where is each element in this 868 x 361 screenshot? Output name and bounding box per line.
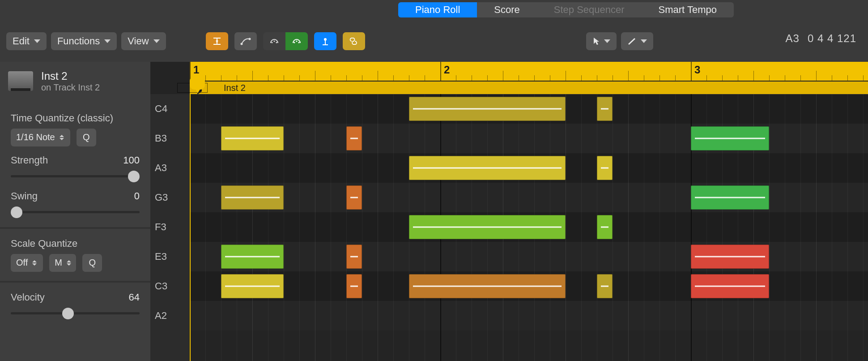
collapse-tool-button[interactable] — [206, 32, 228, 50]
tab-piano-roll[interactable]: Piano Roll — [398, 2, 477, 17]
catch-playhead-button[interactable] — [314, 32, 336, 50]
strength-value: 100 — [123, 155, 140, 166]
midi-in-button[interactable] — [263, 32, 285, 50]
svg-point-3 — [249, 38, 251, 40]
scale-quantize-onoff[interactable]: Off — [11, 254, 43, 272]
midi-note[interactable] — [597, 274, 613, 298]
bar-ruler[interactable]: 123 — [190, 62, 868, 82]
link-button[interactable] — [343, 32, 365, 50]
midi-note[interactable] — [346, 185, 362, 210]
stepper-icon — [60, 135, 65, 140]
midi-note[interactable] — [221, 274, 284, 298]
svg-marker-1 — [216, 41, 218, 42]
automation-icon — [240, 37, 251, 46]
chevron-down-icon — [34, 39, 40, 43]
midi-note[interactable] — [221, 245, 284, 269]
alt-tool-menu[interactable] — [621, 32, 653, 50]
key-label: G3 — [155, 192, 168, 203]
piano-roll[interactable]: 123 Inst 2 C4B3A3G3F3E3C3A2 — [150, 62, 868, 361]
svg-point-5 — [274, 41, 275, 42]
bar-number: 1 — [193, 64, 199, 76]
midi-note[interactable] — [691, 126, 769, 150]
info-note: A3 — [786, 32, 800, 45]
key-label: A3 — [155, 162, 167, 174]
stepper-icon — [67, 260, 71, 266]
midi-note[interactable] — [409, 97, 566, 121]
scale-quantize-label: Scale Quantize — [11, 238, 140, 249]
svg-point-7 — [294, 42, 295, 43]
playhead[interactable] — [190, 94, 191, 361]
midi-note[interactable] — [221, 185, 284, 210]
info-display: A3 0 4 4 121 — [786, 32, 856, 45]
scale-quantize-mode[interactable]: M — [49, 254, 76, 272]
strength-label: Strength — [11, 155, 48, 166]
functions-menu-label: Functions — [57, 35, 100, 47]
midi-note[interactable] — [409, 156, 566, 180]
midi-note[interactable] — [221, 126, 284, 150]
midi-note[interactable] — [691, 245, 769, 269]
view-menu-label: View — [128, 35, 149, 47]
midi-note[interactable] — [346, 126, 362, 150]
svg-point-2 — [241, 43, 243, 45]
chevron-down-icon — [104, 39, 111, 43]
svg-point-8 — [296, 41, 298, 42]
velocity-slider[interactable] — [11, 307, 140, 319]
track-thumbnail-icon — [8, 71, 33, 91]
inspector-panel: Inst 2 on Track Inst 2 Time Quantize (cl… — [0, 62, 150, 361]
time-quantize-label: Time Quantize (classic) — [11, 112, 140, 124]
scale-quantize-mode-value: M — [55, 258, 62, 268]
automation-curve-button[interactable] — [234, 32, 257, 50]
time-quantize-select[interactable]: 1/16 Note — [11, 129, 70, 146]
region-bar[interactable]: Inst 2 — [190, 82, 868, 94]
midi-note[interactable] — [346, 245, 362, 269]
key-label: B3 — [155, 133, 167, 144]
svg-point-6 — [276, 42, 277, 43]
quantize-button[interactable]: Q — [77, 129, 96, 146]
catch-icon — [319, 37, 331, 46]
swing-slider[interactable] — [11, 206, 140, 218]
midi-note[interactable] — [597, 215, 613, 239]
view-menu[interactable]: View — [121, 32, 166, 50]
collapse-icon — [211, 37, 223, 46]
key-label: E3 — [155, 251, 167, 262]
piano-key-column: C4B3A3G3F3E3C3A2 — [150, 94, 190, 361]
link-icon — [348, 37, 360, 46]
bar-number: 2 — [444, 64, 450, 76]
key-label: C3 — [155, 280, 167, 292]
stepper-icon — [32, 260, 38, 266]
chevron-down-icon — [153, 39, 160, 43]
velocity-value: 64 — [129, 292, 140, 303]
midi-note[interactable] — [346, 274, 362, 298]
midi-note[interactable] — [409, 274, 566, 298]
track-subtitle: on Track Inst 2 — [41, 82, 100, 93]
midi-note[interactable] — [691, 185, 769, 210]
midi-note[interactable] — [597, 156, 613, 180]
edit-menu[interactable]: Edit — [6, 32, 47, 50]
chevron-down-icon — [641, 39, 647, 43]
track-name: Inst 2 — [41, 70, 100, 82]
midi-out-button[interactable] — [285, 32, 308, 50]
midi-note[interactable] — [409, 215, 566, 239]
pencil-icon — [627, 37, 637, 46]
region-name: Inst 2 — [224, 83, 246, 93]
chevron-down-icon — [604, 39, 610, 43]
midi-note[interactable] — [597, 97, 613, 121]
midi-note[interactable] — [691, 274, 769, 298]
playhead-marker-icon[interactable] — [190, 78, 205, 90]
velocity-label: Velocity — [11, 292, 45, 303]
toolbar: Edit Functions View — [0, 30, 868, 52]
tab-smart-tempo[interactable]: Smart Tempo — [642, 2, 734, 17]
functions-menu[interactable]: Functions — [51, 32, 117, 50]
scale-quantize-q-button[interactable]: Q — [82, 254, 102, 272]
time-quantize-value: 1/16 Note — [16, 132, 55, 142]
swing-label: Swing — [11, 190, 38, 202]
tab-step-sequencer[interactable]: Step Sequencer — [537, 2, 642, 17]
key-label: F3 — [155, 221, 166, 233]
tab-score[interactable]: Score — [477, 2, 536, 17]
midi-out-icon — [291, 37, 302, 46]
swing-value: 0 — [134, 190, 140, 202]
strength-slider[interactable] — [11, 170, 140, 182]
pointer-tool-menu[interactable] — [586, 32, 617, 50]
scale-quantize-on-value: Off — [16, 258, 28, 268]
note-grid[interactable] — [190, 94, 868, 361]
